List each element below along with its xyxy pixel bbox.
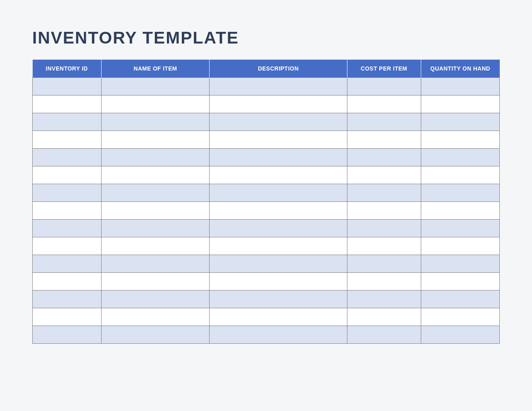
cell-id <box>33 149 102 166</box>
cell-description <box>210 308 347 326</box>
header-quantity-on-hand: QUANTITY ON HAND <box>421 60 499 78</box>
cell-id <box>33 95 102 113</box>
cell-name <box>101 202 209 220</box>
cell-name <box>101 95 209 113</box>
table-row <box>33 273 500 291</box>
cell-cost <box>347 326 421 344</box>
cell-name <box>101 326 209 344</box>
cell-id <box>33 273 102 291</box>
header-cost-per-item: COST PER ITEM <box>347 60 421 78</box>
cell-name <box>101 131 209 149</box>
cell-description <box>210 184 347 202</box>
table-row <box>33 220 500 237</box>
cell-cost <box>347 78 421 95</box>
cell-id <box>33 202 102 220</box>
cell-name <box>101 273 209 291</box>
cell-quantity <box>421 273 499 291</box>
cell-description <box>210 237 347 255</box>
table-row <box>33 326 500 344</box>
cell-description <box>210 149 347 166</box>
cell-description <box>210 220 347 237</box>
cell-name <box>101 220 209 237</box>
header-inventory-id: INVENTORY ID <box>33 60 102 78</box>
cell-quantity <box>421 131 499 149</box>
table-row <box>33 202 500 220</box>
cell-name <box>101 78 209 95</box>
cell-quantity <box>421 326 499 344</box>
cell-name <box>101 308 209 326</box>
cell-description <box>210 131 347 149</box>
cell-cost <box>347 166 421 184</box>
cell-description <box>210 202 347 220</box>
table-row <box>33 131 500 149</box>
cell-name <box>101 184 209 202</box>
cell-cost <box>347 291 421 308</box>
cell-quantity <box>421 95 499 113</box>
cell-cost <box>347 149 421 166</box>
cell-name <box>101 291 209 308</box>
inventory-table: INVENTORY ID NAME OF ITEM DESCRIPTION CO… <box>32 60 500 344</box>
cell-quantity <box>421 202 499 220</box>
cell-name <box>101 166 209 184</box>
cell-id <box>33 326 102 344</box>
table-row <box>33 237 500 255</box>
cell-cost <box>347 273 421 291</box>
cell-quantity <box>421 308 499 326</box>
cell-id <box>33 220 102 237</box>
cell-description <box>210 113 347 131</box>
cell-cost <box>347 237 421 255</box>
cell-cost <box>347 202 421 220</box>
table-row <box>33 166 500 184</box>
cell-quantity <box>421 237 499 255</box>
table-row <box>33 113 500 131</box>
page-title: INVENTORY TEMPLATE <box>32 28 500 48</box>
cell-name <box>101 237 209 255</box>
table-row <box>33 255 500 273</box>
cell-id <box>33 291 102 308</box>
cell-name <box>101 255 209 273</box>
cell-quantity <box>421 220 499 237</box>
cell-id <box>33 255 102 273</box>
table-row <box>33 78 500 95</box>
cell-cost <box>347 113 421 131</box>
cell-quantity <box>421 166 499 184</box>
cell-quantity <box>421 255 499 273</box>
cell-cost <box>347 95 421 113</box>
cell-id <box>33 237 102 255</box>
cell-quantity <box>421 113 499 131</box>
cell-name <box>101 149 209 166</box>
cell-id <box>33 78 102 95</box>
cell-id <box>33 131 102 149</box>
cell-quantity <box>421 184 499 202</box>
cell-id <box>33 166 102 184</box>
cell-description <box>210 273 347 291</box>
cell-name <box>101 113 209 131</box>
cell-id <box>33 113 102 131</box>
cell-description <box>210 291 347 308</box>
cell-cost <box>347 220 421 237</box>
cell-cost <box>347 255 421 273</box>
table-row <box>33 184 500 202</box>
cell-id <box>33 308 102 326</box>
header-name-of-item: NAME OF ITEM <box>101 60 209 78</box>
cell-quantity <box>421 291 499 308</box>
table-row <box>33 95 500 113</box>
cell-cost <box>347 184 421 202</box>
table-row <box>33 291 500 308</box>
cell-cost <box>347 131 421 149</box>
cell-cost <box>347 308 421 326</box>
cell-description <box>210 78 347 95</box>
header-description: DESCRIPTION <box>210 60 347 78</box>
cell-description <box>210 95 347 113</box>
cell-description <box>210 255 347 273</box>
cell-description <box>210 326 347 344</box>
table-row <box>33 308 500 326</box>
cell-id <box>33 184 102 202</box>
cell-quantity <box>421 149 499 166</box>
table-row <box>33 149 500 166</box>
cell-description <box>210 166 347 184</box>
cell-quantity <box>421 78 499 95</box>
